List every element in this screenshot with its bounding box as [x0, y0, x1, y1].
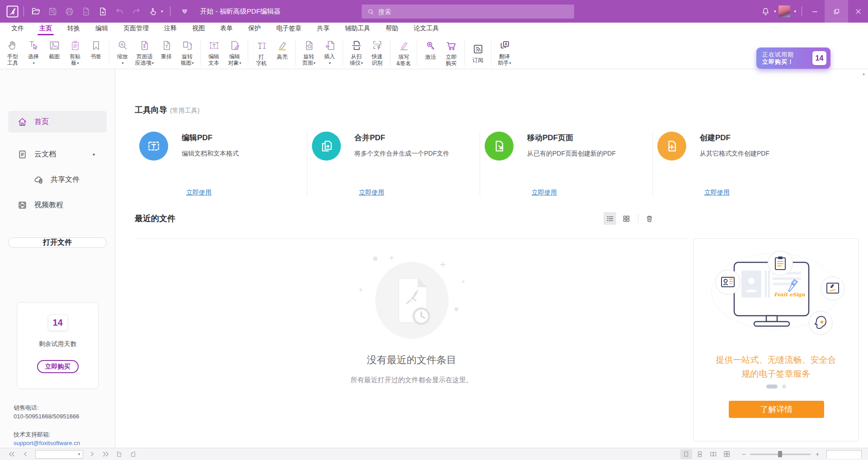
tool-page-fit-options[interactable]: 页面适应选项▾ — [133, 38, 156, 66]
tool-reflow[interactable]: 重排 — [156, 38, 177, 60]
scroll-up-icon[interactable]: ▲ — [862, 71, 866, 76]
page-fit-options-label: 页面适应选项▾ — [135, 53, 154, 66]
menu-accessibility[interactable]: 辅助工具 — [337, 22, 378, 36]
tool-edit-text[interactable]: 编辑文本 — [203, 38, 224, 66]
tool-buy-now[interactable]: 立即购买 — [441, 39, 462, 66]
toolbar-group-separator — [491, 39, 491, 66]
tool-edit-object[interactable]: 编辑对象▾ — [224, 38, 245, 66]
rotate-left-button[interactable] — [114, 449, 125, 459]
facing-continuous-view-button[interactable] — [721, 449, 733, 459]
close-button[interactable] — [848, 0, 868, 23]
touch-mode-button[interactable] — [146, 5, 160, 18]
restore-button[interactable] — [825, 0, 848, 23]
zoom-slider[interactable] — [750, 450, 811, 459]
learn-more-button[interactable]: 了解详情 — [729, 401, 824, 418]
menu-view[interactable]: 视图 — [184, 22, 212, 36]
edit-pdf-use-now-link[interactable]: 立即使用 — [186, 189, 212, 197]
minimize-button[interactable] — [805, 0, 825, 23]
support-email-link[interactable]: support@foxitsoftware.cn — [14, 440, 80, 446]
tool-zoom[interactable]: 缩放▾ — [112, 38, 133, 66]
tool-bookmark[interactable]: 书签 — [85, 38, 106, 60]
tool-quick-ocr[interactable]: OCR快速识别 — [367, 38, 387, 66]
menu-thesis-tools[interactable]: 论文工具 — [406, 22, 447, 36]
shared-files-icon — [33, 175, 51, 185]
menu-esign[interactable]: 电子签章 — [269, 22, 309, 36]
tool-from-scanner[interactable]: 从扫描仪▾ — [346, 38, 367, 66]
collapse-ribbon-icon[interactable] — [178, 5, 192, 18]
touch-mode-caret-icon[interactable]: ▾ — [161, 9, 163, 14]
carousel-dot-active[interactable] — [766, 384, 778, 389]
cloud-docs-expand-caret-icon[interactable]: ▾ — [93, 152, 95, 157]
menu-help[interactable]: 帮助 — [378, 22, 406, 36]
tool-snapshot[interactable]: 截图 — [44, 38, 65, 60]
continuous-view-button[interactable] — [694, 449, 706, 459]
sales-phone-label: 销售电话: — [14, 403, 115, 412]
menu-share[interactable]: 共享 — [309, 22, 337, 36]
clear-recent-trash-button[interactable] — [643, 212, 656, 225]
toolbar-group-separator — [464, 39, 465, 66]
zoom-in-button[interactable]: + — [813, 450, 822, 459]
menu-convert[interactable]: 转换 — [60, 22, 88, 36]
zoom-out-button[interactable]: − — [739, 450, 748, 459]
menu-protect[interactable]: 保护 — [241, 22, 269, 36]
typewriter-icon — [255, 39, 268, 53]
single-page-view-button[interactable] — [680, 449, 692, 459]
trial-purchase-badge[interactable]: 正在试用期 立即购买！ 14 — [756, 47, 830, 69]
sidebar-item-shared-files[interactable]: 共享文件 — [8, 170, 107, 190]
move-pdf-pages-use-now-link[interactable]: 立即使用 — [532, 189, 557, 197]
tool-fill-sign[interactable]: 填写&签名 — [393, 39, 414, 66]
menu-comment[interactable]: 注释 — [156, 22, 184, 36]
grid-view-button[interactable] — [620, 212, 632, 225]
fill-sign-label: 填写&签名 — [396, 54, 411, 66]
tool-rotate-view[interactable]: 旋转视图▾ — [177, 38, 198, 66]
promo-carousel-dots — [693, 384, 859, 389]
menu-edit[interactable]: 编辑 — [88, 22, 116, 36]
window-title: 开始 - 福昕高级PDF编辑器 — [200, 7, 281, 16]
sidebar-item-cloud-docs[interactable]: 云文档▾ — [8, 143, 107, 165]
open-file-button[interactable]: 打开文件 — [8, 237, 107, 248]
tool-activate[interactable]: 激活 — [420, 39, 441, 60]
zoom-percentage-box[interactable] — [826, 450, 862, 459]
search-input[interactable] — [378, 8, 569, 15]
tool-translate-assistant[interactable]: 翻译助手▾ — [494, 38, 515, 66]
notifications-caret-icon[interactable]: ▾ — [774, 9, 776, 14]
search-bar[interactable] — [362, 5, 574, 19]
subscribe-label: 订阅 — [472, 57, 483, 63]
typewriter-label: 打字机 — [256, 54, 267, 66]
tool-select-tool[interactable]: 选择▾ — [23, 38, 44, 66]
sidebar-item-home[interactable]: 首页 — [8, 111, 107, 133]
select-tool-dropdown-caret-icon: ▾ — [33, 61, 34, 65]
menu-home[interactable]: 主页 — [32, 22, 60, 36]
card-description: 编辑文档和文本格式 — [182, 150, 239, 158]
tool-insert-pages[interactable]: 插入▾ — [319, 38, 340, 66]
tool-subscribe[interactable]: 订阅 — [467, 42, 488, 63]
trial-badge-line1: 正在试用期 — [762, 51, 794, 58]
facing-view-button[interactable] — [708, 449, 719, 459]
tool-typewriter[interactable]: 打字机 — [251, 39, 272, 66]
menu-page-organize[interactable]: 页面管理 — [116, 22, 156, 36]
merge-pdf-use-now-link[interactable]: 立即使用 — [359, 189, 384, 197]
open-file-button[interactable] — [29, 5, 42, 18]
user-avatar[interactable] — [778, 5, 790, 17]
menu-form[interactable]: 表单 — [212, 22, 241, 36]
zoom-slider-thumb[interactable] — [778, 451, 782, 457]
insert-pages-quick-button[interactable] — [96, 5, 109, 18]
rotate-right-button[interactable] — [127, 449, 138, 459]
tool-hand-tool[interactable]: 手型工具 — [2, 38, 23, 66]
tools-section-title: 工具向导 — [135, 104, 167, 115]
menu-file[interactable]: 文件 — [4, 22, 32, 36]
save-button — [46, 5, 59, 18]
buy-now-button[interactable]: 立即购买 — [37, 360, 79, 373]
tool-card-merge-pdf: 合并PDF将多个文件合并生成一个PDF文件立即使用 — [307, 131, 480, 197]
sidebar-item-video-tutorials[interactable]: 视频教程 — [8, 194, 107, 216]
account-caret-icon[interactable]: ▾ — [794, 9, 796, 14]
notifications-bell-icon[interactable] — [759, 5, 773, 18]
zoom-percentage-input[interactable] — [827, 451, 861, 459]
select-tool-label: 选择▾ — [28, 53, 39, 66]
tool-rotate-pages[interactable]: 旋转页面▾ — [298, 38, 319, 66]
carousel-dot[interactable] — [782, 384, 786, 389]
list-view-button[interactable] — [604, 212, 616, 225]
tool-highlight[interactable]: 高亮 — [272, 39, 292, 60]
create-pdf-use-now-link[interactable]: 立即使用 — [704, 189, 730, 197]
tool-clipboard[interactable]: 剪贴板▾ — [65, 38, 85, 66]
